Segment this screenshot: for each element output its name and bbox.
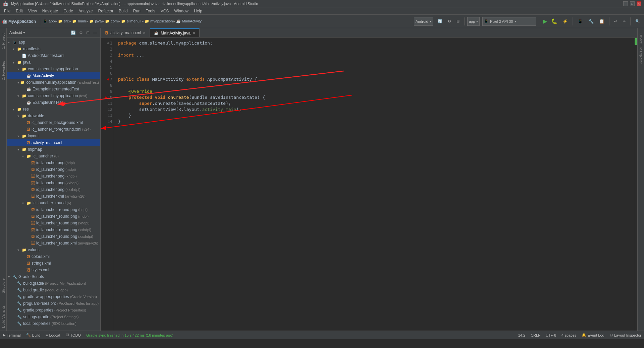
bc-slimenull[interactable]: 📁 slimenull (121, 19, 141, 23)
run-button[interactable]: ▶ (542, 17, 548, 25)
terminal-btn[interactable]: ▶ Terminal (3, 333, 21, 337)
menu-navigate[interactable]: Navigate (40, 8, 61, 14)
panel-layout-btn[interactable]: ⊡ (86, 30, 90, 36)
redo-btn[interactable]: ↪ (621, 17, 628, 26)
tree-ic-launcher[interactable]: ▾ 📁 ic_launcher (6) (7, 153, 100, 159)
settings-btn[interactable]: ⚙ (446, 17, 453, 26)
tree-test[interactable]: ▾ 📁 com.slimenull.myapplication (test) (7, 92, 100, 99)
bc-main[interactable]: 📁 main (72, 19, 86, 23)
tree-unittest[interactable]: ☕ ExampleUnitTest (7, 99, 100, 106)
tree-androidtest[interactable]: ▾ 📁 com.slimenull.myapplication (android… (7, 79, 100, 86)
tree-proguard[interactable]: 🔧 proguard-rules.pro (ProGuard Rules for… (7, 300, 100, 307)
menu-code[interactable]: Code (61, 8, 76, 14)
menu-vcs[interactable]: VCS (158, 8, 172, 14)
bc-java[interactable]: 📁 java (89, 19, 102, 23)
sync-btn[interactable]: 🔄 (436, 17, 444, 26)
menu-build[interactable]: Build (116, 8, 130, 14)
tab-project[interactable]: 1: Project (1, 31, 6, 52)
encoding[interactable]: UTF-8 (546, 333, 556, 337)
tab-close-activity[interactable]: ✕ (143, 31, 146, 35)
maximize-button[interactable]: □ (630, 1, 635, 6)
tab-mainactivity[interactable]: ☕ MainActivity.java ✕ (150, 28, 199, 37)
bc-app[interactable]: 📱 app (43, 19, 55, 23)
tab-build-variants[interactable]: Build Variants (1, 303, 6, 331)
tree-icr-xxhdpi[interactable]: 🖼 ic_launcher_round.png (xxhdpi) (7, 226, 100, 233)
code-area[interactable]: package com.slimenull.myapplication; imp… (114, 38, 634, 331)
profile-btn[interactable]: ⚡ (560, 17, 570, 26)
menu-help[interactable]: Help (191, 8, 205, 14)
panel-gear-btn[interactable]: ⚙ (78, 30, 84, 36)
tree-app[interactable]: ▾ 📱 app (7, 39, 100, 46)
tree-icr-hdpi[interactable]: 🖼 ic_launcher_round.png (hdpi) (7, 206, 100, 213)
cursor-position[interactable]: 14:2 (518, 333, 525, 337)
tree-build-gradle-app[interactable]: 🔧 build.gradle (Module: app) (7, 287, 100, 293)
tree-ic-fg[interactable]: 🖼 ic_launcher_foreground.xml (v24) (7, 126, 100, 133)
tree-ic-bg[interactable]: 🖼 ic_launcher_background.xml (7, 119, 100, 126)
tree-layout[interactable]: ▾ 📁 layout (7, 133, 100, 139)
line-separator[interactable]: CRLF (531, 333, 540, 337)
menu-file[interactable]: File (1, 8, 13, 14)
menu-refactor[interactable]: Refactor (96, 8, 116, 14)
menu-window[interactable]: Window (171, 8, 191, 14)
tree-build-gradle-project[interactable]: 🔧 build.gradle (Project: My_Application) (7, 280, 100, 287)
build-btn[interactable]: 🔨 Build (26, 333, 40, 337)
tree-icr-xhdpi[interactable]: 🖼 ic_launcher_round.png (xhdpi) (7, 220, 100, 226)
tree-icr-anydpi[interactable]: 🖼 ic_launcher_round.xml (anydpi-v26) (7, 240, 100, 247)
tab-close-main[interactable]: ✕ (193, 31, 195, 35)
tree-values[interactable]: ▾ 📁 values (7, 247, 100, 253)
layout-btn[interactable]: ⊟ (454, 17, 462, 26)
tree-manifests[interactable]: ▾ 📁 manifests (7, 46, 100, 52)
tab-structure[interactable]: Structure (1, 276, 6, 296)
tree-gradle-props[interactable]: 🔧 gradle.properties (Project Properties) (7, 307, 100, 314)
todo-btn[interactable]: ☑ TODO (66, 333, 81, 337)
bc-com[interactable]: 📁 com (105, 19, 118, 23)
tree-icr-xxxhdpi[interactable]: 🖼 ic_launcher_round.png (xxxhdpi) (7, 233, 100, 240)
tab-device-file-explorer[interactable]: Device File Explorer (638, 31, 643, 66)
tree-gradle-wrapper[interactable]: 🔧 gradle-wrapper.properties (Gradle Vers… (7, 293, 100, 300)
tree-res[interactable]: ▾ 📁 res (7, 106, 100, 113)
tree-ic-xxxhdpi[interactable]: 🖼 ic_launcher.png (xxxhdpi) (7, 186, 100, 193)
indent[interactable]: 4 spaces (561, 333, 576, 337)
logcat-btn[interactable]: ≡ Logcat (46, 333, 60, 337)
tab-activity-main[interactable]: 🖼 activity_main.xml ✕ (101, 28, 150, 37)
panel-sync-btn[interactable]: 🔄 (70, 30, 76, 36)
sdk-btn[interactable]: 🔧 (586, 17, 596, 26)
tree-drawable[interactable]: ▾ 📁 drawable (7, 113, 100, 119)
tree-ic-xhdpi[interactable]: 🖼 ic_launcher.png (xhdpi) (7, 173, 100, 180)
event-log-btn[interactable]: 🔔 Event Log (582, 333, 604, 337)
menu-edit[interactable]: Edit (13, 8, 25, 14)
device-mgr-btn[interactable]: 📋 (597, 17, 606, 26)
tree-androidmanifest[interactable]: 📄 AndroidManifest.xml (7, 52, 100, 59)
avd-btn[interactable]: 📱 (576, 17, 585, 26)
device-dropdown[interactable]: 📱 Pixel 2 API 30 ▾ (482, 17, 536, 26)
debug-button[interactable]: 🐛 (550, 17, 559, 25)
android-dropdown-label[interactable]: Android ▾ (9, 30, 25, 35)
tree-instrumentedtest[interactable]: ☕ ExampleInstrumentedTest (7, 86, 100, 92)
search-everywhere-btn[interactable]: 🔍 (633, 17, 642, 26)
layout-inspector-btn[interactable]: ⊡ Layout Inspector (610, 333, 641, 337)
tree-mainactivity[interactable]: ☕ MainActivity (7, 72, 100, 79)
tree-styles[interactable]: 🖼 styles.xml (7, 267, 100, 273)
tree-mipmap[interactable]: ▾ 📁 mipmap (7, 146, 100, 153)
android-dropdown[interactable]: Android ▾ (414, 17, 433, 26)
bc-mainactivity[interactable]: ☕ MainActivity (176, 19, 202, 23)
module-dropdown[interactable]: app ▾ (467, 17, 480, 26)
bc-src[interactable]: 📁 src (58, 19, 69, 23)
menu-view[interactable]: View (25, 8, 40, 14)
undo-btn[interactable]: ↩ (612, 17, 619, 26)
tree-java[interactable]: ▾ 📁 java (7, 59, 100, 66)
tree-icr-mdpi[interactable]: 🖼 ic_launcher_round.png (mdpi) (7, 213, 100, 220)
tab-favorites[interactable]: 2: Favorites (1, 58, 6, 83)
tree-settings-gradle[interactable]: 🔧 settings.gradle (Project Settings) (7, 314, 100, 320)
minimize-button[interactable]: ─ (623, 1, 628, 6)
tree-strings[interactable]: 🖼 strings.xml (7, 260, 100, 267)
tree-colors[interactable]: 🖼 colors.xml (7, 253, 100, 260)
bc-myapp[interactable]: 📁 myapplication (145, 19, 173, 23)
tree-ic-hdpi[interactable]: 🖼 ic_launcher.png (hdpi) (7, 159, 100, 166)
tree-ic-xxhdpi[interactable]: 🖼 ic_launcher.png (xxhdpi) (7, 180, 100, 186)
menu-tools[interactable]: Tools (143, 8, 158, 14)
tree-ic-launcher-round[interactable]: ▾ 📁 ic_launcher_round (6) (7, 200, 100, 206)
tree-gradle-scripts[interactable]: ▾ 🔧 Gradle Scripts (7, 273, 100, 280)
tree-ic-mdpi[interactable]: 🖼 ic_launcher.png (mdpi) (7, 166, 100, 173)
menu-run[interactable]: Run (130, 8, 143, 14)
